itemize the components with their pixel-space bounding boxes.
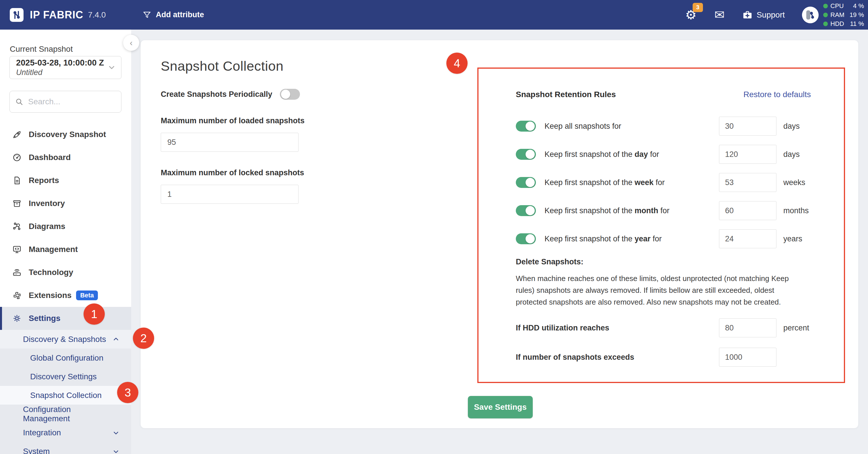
chevron-down-icon xyxy=(112,448,120,454)
rule-value-input[interactable] xyxy=(719,229,776,248)
main-content: Snapshot Collection Create Snapshots Per… xyxy=(141,40,858,428)
max-loaded-snapshots-input[interactable] xyxy=(161,133,299,152)
submenu-global-configuration[interactable]: Global Configuration xyxy=(0,348,131,367)
sidebar-item-inventory[interactable]: Inventory xyxy=(0,192,131,215)
max-locked-snapshots-input[interactable] xyxy=(161,185,299,204)
rule-first-of-day: Keep first snapshot of the day for days xyxy=(516,145,811,164)
retention-rules: Keep all snapshots for days Keep first s… xyxy=(516,117,811,248)
notification-badge: 3 xyxy=(693,3,703,12)
support-label: Support xyxy=(756,10,785,20)
rule-toggle[interactable] xyxy=(516,121,536,132)
chevron-up-icon xyxy=(112,336,120,343)
snapshot-count-input[interactable] xyxy=(719,348,776,367)
rule-unit: days xyxy=(776,122,811,131)
gauge-icon xyxy=(12,152,22,162)
rule-toggle[interactable] xyxy=(516,177,536,188)
rule-unit: weeks xyxy=(776,178,811,187)
current-snapshot-label: Current Snapshot xyxy=(10,45,73,54)
sidebar-item-technology[interactable]: Technology xyxy=(0,261,131,284)
page-title: Snapshot Collection xyxy=(161,58,454,74)
rule-unit: days xyxy=(776,150,811,159)
app-version: 7.4.0 xyxy=(88,10,105,20)
ip-fabric-logo-icon xyxy=(9,7,25,23)
rule-first-of-month: Keep first snapshot of the month for mon… xyxy=(516,201,811,220)
submenu-discovery-and-snapshots[interactable]: Discovery & Snapshots xyxy=(0,330,131,348)
restore-defaults-link[interactable]: Restore to defaults xyxy=(743,90,811,99)
sidebar: ‹ Current Snapshot 2025-03-28, 10:00:00 … xyxy=(0,30,131,454)
user-avatar[interactable] xyxy=(802,7,818,23)
sidebar-item-discovery-snapshot[interactable]: Discovery Snapshot xyxy=(0,123,131,146)
rocket-icon xyxy=(12,130,22,139)
sidebar-nav: Discovery Snapshot Dashboard Reports xyxy=(0,123,131,454)
cpu-stat: CPU 4 % xyxy=(823,1,864,10)
hdd-utilization-input[interactable] xyxy=(719,318,776,337)
rule-value-input[interactable] xyxy=(719,145,776,164)
sidebar-item-dashboard[interactable]: Dashboard xyxy=(0,146,131,169)
current-snapshot-select[interactable]: 2025-03-28, 10:00:00 Z Untitled xyxy=(9,56,121,79)
create-periodically-toggle[interactable] xyxy=(280,89,300,100)
save-settings-button[interactable]: Save Settings xyxy=(468,396,533,418)
search-icon xyxy=(15,97,24,106)
rule-value-input[interactable] xyxy=(719,173,776,192)
create-periodically-row: Create Snapshots Periodically xyxy=(161,89,454,100)
sidebar-collapse-button[interactable]: ‹ xyxy=(123,35,139,51)
rule-toggle[interactable] xyxy=(516,205,536,216)
envelope-icon: ✉ xyxy=(714,9,724,21)
sidebar-item-settings[interactable]: Settings xyxy=(0,307,131,330)
submenu-snapshot-collection[interactable]: Snapshot Collection xyxy=(0,386,131,404)
settings-submenu: Discovery & Snapshots Global Configurati… xyxy=(0,330,131,454)
rule-first-of-year: Keep first snapshot of the year for year… xyxy=(516,229,811,248)
ip-fabric-app: IP FABRIC 7.4.0 Add attribute ⚙ 3 ✉ xyxy=(0,0,868,454)
submenu-system[interactable]: System xyxy=(0,442,131,454)
beta-badge: Beta xyxy=(76,290,98,300)
ram-status-dot-icon xyxy=(823,12,828,17)
rule-first-of-week: Keep first snapshot of the week for week… xyxy=(516,173,811,192)
chevron-down-icon xyxy=(112,429,120,436)
annotation-marker-2: 2 xyxy=(133,328,154,349)
hdd-stat: HDD 11 % xyxy=(823,19,864,28)
sidebar-item-reports[interactable]: Reports xyxy=(0,169,131,192)
support-button[interactable]: Support xyxy=(742,10,785,20)
messages-button[interactable]: ✉ xyxy=(714,9,724,21)
sidebar-item-diagrams[interactable]: Diagrams xyxy=(0,215,131,238)
search-input[interactable] xyxy=(28,97,116,106)
hdd-utilization-label: If HDD utilization reaches xyxy=(516,323,719,333)
annotation-marker-1: 1 xyxy=(84,304,105,325)
retention-title: Snapshot Retention Rules xyxy=(516,90,616,99)
add-attribute-button[interactable]: Add attribute xyxy=(143,10,204,19)
sidebar-item-management[interactable]: Management xyxy=(0,238,131,261)
top-bar-right: ⚙ 3 ✉ Support xyxy=(685,1,864,28)
submenu-discovery-settings[interactable]: Discovery Settings xyxy=(0,367,131,386)
add-attribute-label: Add attribute xyxy=(156,10,204,19)
top-bar: IP FABRIC 7.4.0 Add attribute ⚙ 3 ✉ xyxy=(0,0,868,30)
rule-value-input[interactable] xyxy=(719,201,776,220)
network-diagram-icon xyxy=(12,222,22,231)
snapshot-retention-panel: Snapshot Retention Rules Restore to defa… xyxy=(477,67,845,383)
system-stats: CPU 4 % RAM 19 % HDD 11 % xyxy=(823,1,864,28)
sidebar-item-extensions[interactable]: Extensions Beta xyxy=(0,284,131,307)
annotation-marker-4: 4 xyxy=(446,53,468,74)
router-icon xyxy=(12,267,22,277)
puzzle-icon xyxy=(12,290,22,300)
chevron-left-icon: ‹ xyxy=(130,38,133,48)
rule-unit: years xyxy=(776,234,811,244)
annotation-marker-3: 3 xyxy=(117,382,138,403)
rule-keep-all: Keep all snapshots for days xyxy=(516,117,811,136)
submenu-configuration-management[interactable]: Configuration Management xyxy=(0,404,131,423)
submenu-integration[interactable]: Integration xyxy=(0,423,131,442)
settings-gears-button[interactable]: ⚙ 3 xyxy=(685,9,696,21)
retention-header: Snapshot Retention Rules Restore to defa… xyxy=(516,84,811,105)
monitor-code-icon xyxy=(12,245,22,254)
gear-icon xyxy=(12,313,22,323)
hdd-utilization-row: If HDD utilization reaches percent xyxy=(516,318,811,337)
filter-funnel-icon xyxy=(143,11,151,19)
rule-toggle[interactable] xyxy=(516,149,536,160)
snapshot-count-label: If number of snapshots exceeds xyxy=(516,353,719,362)
brand-logo[interactable]: IP FABRIC 7.4.0 xyxy=(9,7,106,23)
brand-name: IP FABRIC xyxy=(30,9,83,21)
rule-value-input[interactable] xyxy=(719,117,776,136)
box-icon xyxy=(12,199,22,208)
sidebar-search[interactable] xyxy=(9,91,121,113)
rule-toggle[interactable] xyxy=(516,233,536,244)
rule-unit: months xyxy=(776,206,811,215)
